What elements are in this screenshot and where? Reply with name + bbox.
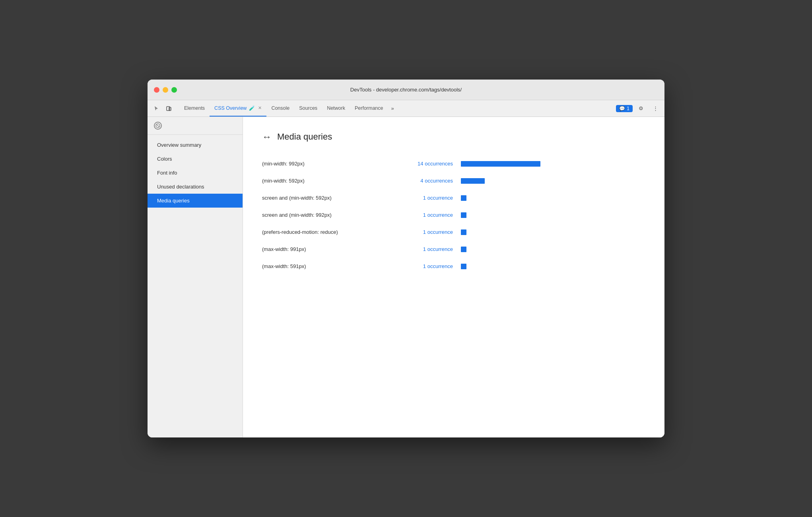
media-query-occurrences[interactable]: 1 occurrence (397, 195, 461, 201)
media-query-bar (461, 178, 485, 184)
tab-console[interactable]: Console (266, 100, 294, 117)
device-icon[interactable] (163, 103, 175, 114)
content-panel: ↔ Media queries (min-width: 992px)14 occ… (243, 117, 664, 437)
section-title-text: Media queries (277, 132, 332, 142)
media-query-bar-container (461, 247, 645, 252)
block-icon (154, 122, 162, 130)
titlebar: DevTools - developer.chrome.com/tags/dev… (148, 80, 664, 100)
section-title: ↔ Media queries (262, 131, 645, 142)
media-query-occurrences[interactable]: 14 occurrences (397, 161, 461, 167)
media-query-bar-container (461, 195, 645, 201)
tab-sources[interactable]: Sources (294, 100, 322, 117)
media-query-text: (prefers-reduced-motion: reduce) (262, 229, 397, 235)
minimize-button[interactable] (163, 87, 168, 93)
sidebar-top (148, 117, 243, 135)
main-area: Overview summary Colors Font info Unused… (148, 117, 664, 437)
media-query-row: (min-width: 992px)14 occurrences (262, 155, 645, 172)
media-query-bar (461, 264, 466, 269)
tab-css-overview[interactable]: CSS Overview 🧪 ✕ (210, 100, 266, 117)
media-query-row: (min-width: 592px)4 occurrences (262, 172, 645, 189)
tab-performance[interactable]: Performance (350, 100, 388, 117)
media-query-bar-container (461, 178, 645, 184)
svg-line-3 (156, 124, 159, 127)
media-query-text: (min-width: 592px) (262, 178, 397, 184)
media-query-occurrences[interactable]: 1 occurrence (397, 229, 461, 235)
sidebar-item-unused-declarations[interactable]: Unused declarations (148, 180, 243, 194)
tab-right-controls: 💬 1 ⚙ ⋮ (616, 100, 661, 117)
settings-button[interactable]: ⚙ (635, 103, 647, 114)
tab-close-icon[interactable]: ✕ (258, 105, 262, 111)
media-query-row: (max-width: 991px)1 occurrence (262, 241, 645, 258)
media-query-row: screen and (min-width: 992px)1 occurrenc… (262, 206, 645, 224)
media-query-bar-container (461, 264, 645, 269)
media-query-bar (461, 195, 466, 201)
tabbar: Elements CSS Overview 🧪 ✕ Console Source… (148, 100, 664, 117)
media-query-text: screen and (min-width: 592px) (262, 195, 397, 201)
media-query-text: screen and (min-width: 992px) (262, 212, 397, 218)
media-query-bar (461, 247, 466, 252)
media-query-bar (461, 161, 540, 167)
devtools-window: DevTools - developer.chrome.com/tags/dev… (148, 80, 664, 437)
media-query-bar-container (461, 212, 645, 218)
more-options-button[interactable]: ⋮ (649, 103, 661, 114)
more-tabs-button[interactable]: » (388, 100, 397, 117)
media-queries-icon: ↔ (262, 131, 272, 142)
maximize-button[interactable] (171, 87, 177, 93)
sidebar-item-font-info[interactable]: Font info (148, 166, 243, 180)
tab-experiment-icon: 🧪 (249, 105, 255, 111)
tab-toolbar-icons (151, 100, 175, 117)
media-query-text: (min-width: 992px) (262, 161, 397, 167)
media-query-bar (461, 229, 466, 235)
media-query-text: (max-width: 991px) (262, 246, 397, 252)
media-queries-list: (min-width: 992px)14 occurrences(min-wid… (262, 155, 645, 275)
media-query-bar-container (461, 229, 645, 235)
media-query-occurrences[interactable]: 1 occurrence (397, 212, 461, 218)
settings-icon: ⚙ (639, 105, 643, 111)
notification-button[interactable]: 💬 1 (616, 105, 633, 112)
media-query-occurrences[interactable]: 4 occurrences (397, 178, 461, 184)
more-icon: ⋮ (653, 105, 658, 111)
sidebar-item-colors[interactable]: Colors (148, 152, 243, 166)
sidebar-nav: Overview summary Colors Font info Unused… (148, 135, 243, 437)
close-button[interactable] (154, 87, 159, 93)
content-inner: ↔ Media queries (min-width: 992px)14 occ… (243, 117, 664, 289)
media-query-occurrences[interactable]: 1 occurrence (397, 246, 461, 252)
cursor-icon[interactable] (151, 103, 162, 114)
media-query-occurrences[interactable]: 1 occurrence (397, 263, 461, 269)
media-query-row: (prefers-reduced-motion: reduce)1 occurr… (262, 224, 645, 241)
media-query-text: (max-width: 591px) (262, 263, 397, 269)
sidebar-item-media-queries[interactable]: Media queries (148, 194, 243, 208)
sidebar: Overview summary Colors Font info Unused… (148, 117, 243, 437)
media-query-bar (461, 212, 466, 218)
media-query-bar-container (461, 161, 645, 167)
chat-icon: 💬 (619, 106, 625, 111)
media-query-row: screen and (min-width: 592px)1 occurrenc… (262, 189, 645, 206)
tab-network[interactable]: Network (322, 100, 350, 117)
media-query-row: (max-width: 591px)1 occurrence (262, 258, 645, 275)
tab-elements[interactable]: Elements (179, 100, 210, 117)
window-title: DevTools - developer.chrome.com/tags/dev… (350, 87, 462, 93)
traffic-lights (154, 87, 177, 93)
sidebar-item-overview-summary[interactable]: Overview summary (148, 138, 243, 152)
